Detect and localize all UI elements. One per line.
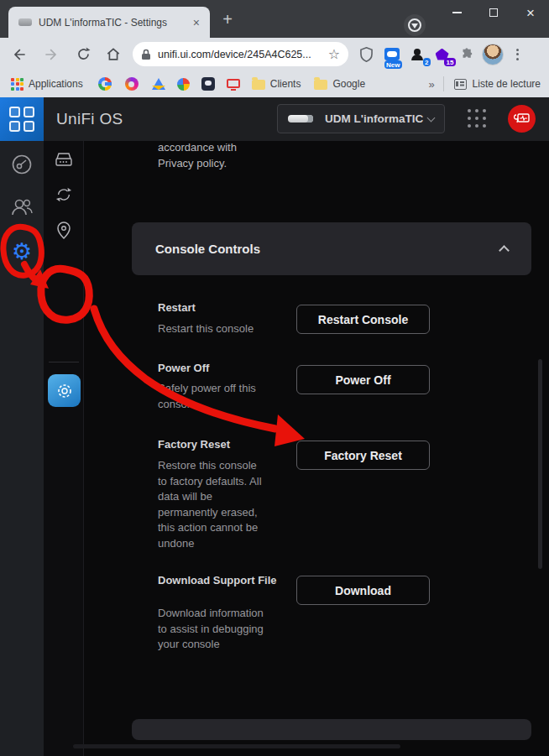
bookmark-photos[interactable] bbox=[177, 78, 190, 91]
caret-down-icon bbox=[411, 23, 418, 29]
power-off-title: Power Off bbox=[158, 361, 280, 375]
bookmark-label: Google bbox=[332, 78, 365, 90]
gear-icon bbox=[55, 382, 74, 400]
maximize-icon bbox=[489, 8, 498, 17]
horizontal-scrollbar[interactable] bbox=[73, 744, 400, 748]
bookmark-screen[interactable] bbox=[227, 81, 240, 88]
back-arrow-icon bbox=[11, 46, 28, 63]
count-badge: 15 bbox=[444, 58, 456, 66]
sidebar-item-users[interactable] bbox=[9, 196, 34, 219]
restart-console-button[interactable]: Restart Console bbox=[296, 305, 430, 334]
users-icon bbox=[10, 197, 34, 217]
settings-app-tile[interactable] bbox=[48, 374, 81, 407]
browser-titlebar: UDM L'informaTIC - Settings × + × bbox=[0, 0, 549, 38]
minimize-icon bbox=[452, 12, 462, 13]
extension-purple[interactable]: 15 bbox=[431, 43, 453, 65]
bookmark-star-icon[interactable]: ☆ bbox=[328, 46, 340, 62]
profile-button[interactable] bbox=[481, 43, 504, 65]
close-button[interactable]: × bbox=[512, 0, 549, 25]
bookmarks-bar: Applications Clients Google » Liste de l… bbox=[0, 70, 549, 97]
device-name: UDM L'informaTIC bbox=[325, 112, 428, 125]
sidebar-item-updates[interactable] bbox=[55, 186, 72, 203]
extensions-menu-button[interactable] bbox=[456, 43, 478, 65]
reload-button[interactable] bbox=[72, 44, 94, 65]
sidebar-item-console[interactable] bbox=[54, 152, 74, 169]
bookmark-label: Applications bbox=[29, 78, 83, 90]
back-button[interactable] bbox=[8, 44, 30, 65]
bookmark-label: Clients bbox=[270, 78, 301, 90]
factory-reset-button[interactable]: Factory Reset bbox=[296, 441, 430, 470]
bookmark-folder-google[interactable]: Google bbox=[314, 78, 365, 90]
primary-sidebar bbox=[0, 141, 44, 756]
privacy-note-line: accordance with bbox=[158, 139, 284, 155]
avatar bbox=[482, 44, 504, 65]
bookmark-q[interactable] bbox=[125, 77, 139, 91]
extension-shield[interactable] bbox=[355, 43, 378, 65]
account-avatar[interactable] bbox=[508, 105, 536, 133]
unifi-os-logo[interactable] bbox=[0, 97, 44, 141]
browser-tab[interactable]: UDM L'informaTIC - Settings × bbox=[8, 7, 210, 38]
folder-icon bbox=[314, 80, 327, 90]
bookmark-folder-clients[interactable]: Clients bbox=[252, 78, 301, 90]
maximize-button[interactable] bbox=[475, 0, 512, 25]
tab-search-button[interactable] bbox=[404, 14, 426, 36]
apps-grid-icon bbox=[11, 78, 24, 91]
site-header: UniFi OS UDM L'informaTIC bbox=[0, 97, 549, 141]
reading-list-icon bbox=[454, 79, 467, 90]
console-controls-header[interactable]: Console Controls bbox=[132, 222, 531, 275]
vertical-scrollbar[interactable] bbox=[538, 359, 542, 569]
bookmarks-right: » Liste de lecture bbox=[420, 76, 549, 91]
sidebar-item-location[interactable] bbox=[55, 221, 72, 241]
photos-icon bbox=[177, 78, 190, 91]
bookmark-chat[interactable] bbox=[201, 77, 215, 91]
power-off-button[interactable]: Power Off bbox=[296, 365, 430, 394]
download-button[interactable]: Download bbox=[296, 576, 430, 605]
sidebar-item-dashboard[interactable] bbox=[10, 153, 34, 176]
factory-reset-desc: Restore this console to factory defaults… bbox=[158, 458, 269, 551]
address-bar[interactable]: unifi.ui.com/device/245A4C625... ☆ bbox=[133, 42, 348, 66]
shield-icon bbox=[359, 47, 374, 62]
forward-button[interactable] bbox=[40, 44, 62, 65]
tab-close-icon[interactable]: × bbox=[190, 17, 203, 29]
blue-extension-icon bbox=[384, 48, 400, 60]
reload-icon bbox=[76, 46, 92, 62]
informatic-logo-icon bbox=[514, 112, 531, 126]
folder-icon bbox=[252, 80, 265, 90]
unifi-page: UniFi OS UDM L'informaTIC bbox=[0, 97, 549, 756]
factory-reset-title: Factory Reset bbox=[158, 437, 280, 451]
sidebar-item-settings[interactable]: ⚙ bbox=[9, 238, 34, 263]
count-badge: 2 bbox=[423, 58, 431, 66]
download-support-desc: Download information to assist in debugg… bbox=[158, 606, 269, 653]
home-button[interactable] bbox=[102, 44, 124, 65]
browser-menu-button[interactable] bbox=[506, 43, 529, 65]
restart-title: Restart bbox=[158, 300, 280, 315]
extension-assistant[interactable]: 2 bbox=[405, 43, 428, 65]
extension-new[interactable]: New bbox=[380, 43, 403, 65]
download-support-title: Download Support File bbox=[158, 573, 280, 587]
device-selector[interactable]: UDM L'informaTIC bbox=[277, 104, 445, 133]
app-launcher-button[interactable] bbox=[468, 109, 486, 128]
bookmark-applications[interactable]: Applications bbox=[11, 78, 83, 91]
bookmark-google[interactable] bbox=[98, 77, 112, 91]
privacy-note: accordance with Privacy policy. bbox=[158, 139, 284, 171]
location-pin-icon bbox=[55, 221, 72, 241]
reading-list-button[interactable]: Liste de lecture bbox=[473, 78, 541, 90]
forward-arrow-icon bbox=[43, 46, 60, 63]
q-search-icon bbox=[125, 77, 139, 91]
home-icon bbox=[105, 46, 122, 63]
minimize-button[interactable] bbox=[438, 0, 475, 25]
window-controls: × bbox=[438, 0, 549, 25]
divider bbox=[443, 76, 444, 91]
new-badge: New bbox=[384, 60, 402, 69]
restart-desc: Restart this console bbox=[158, 321, 269, 337]
product-title: UniFi OS bbox=[56, 110, 123, 128]
next-section-panel[interactable] bbox=[132, 719, 531, 740]
url-text[interactable]: unifi.ui.com/device/245A4C625... bbox=[158, 49, 328, 60]
puzzle-icon bbox=[460, 47, 474, 61]
bookmarks-overflow-button[interactable]: » bbox=[428, 78, 434, 91]
bookmark-drive[interactable] bbox=[152, 78, 165, 90]
monitor-icon bbox=[227, 79, 240, 88]
new-tab-button[interactable]: + bbox=[217, 8, 238, 30]
settings-gear-icon: ⚙ bbox=[12, 240, 32, 263]
kebab-menu-icon bbox=[516, 49, 519, 60]
